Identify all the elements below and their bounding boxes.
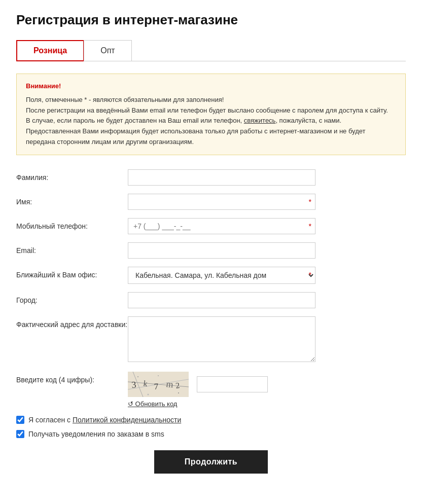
lastname-field xyxy=(128,169,315,186)
svg-point-12 xyxy=(148,393,149,395)
svg-text:7: 7 xyxy=(154,381,159,391)
svg-point-10 xyxy=(158,375,159,376)
captcha-images-row: 3 k 7 m 2 xyxy=(128,372,268,397)
office-row: Ближайший к Вам офис: Кабельная. Самара,… xyxy=(16,267,406,284)
email-row: Email: xyxy=(16,242,406,259)
email-input[interactable] xyxy=(128,242,315,259)
notice-line3: В случае, если пароль не будет доставлен… xyxy=(26,116,396,126)
refresh-captcha-link[interactable]: ↺ Обновить код xyxy=(128,400,268,408)
phone-label: Мобильный телефон: xyxy=(16,218,128,230)
privacy-checkbox-row: Я согласен с Политикой конфиденциальност… xyxy=(16,416,406,424)
notice-box: Внимание! Поля, отмеченные * - являются … xyxy=(16,74,406,155)
address-input[interactable] xyxy=(128,316,315,362)
page-title: Регистрация в интернет-магазине xyxy=(16,12,406,28)
captcha-input[interactable] xyxy=(197,376,268,392)
office-label: Ближайший к Вам офис: xyxy=(16,267,128,279)
office-required: * xyxy=(309,271,311,279)
firstname-row: Имя: * xyxy=(16,194,406,210)
captcha-row: Введите код (4 цифры): 3 k 7 m 2 xyxy=(16,372,406,408)
notice-line2: После регистрации на введённый Вами emai… xyxy=(26,105,396,116)
email-field-container xyxy=(128,242,315,259)
captcha-label: Введите код (4 цифры): xyxy=(16,372,128,384)
phone-input[interactable] xyxy=(128,218,315,234)
svg-text:m: m xyxy=(166,379,174,389)
city-row: Город: xyxy=(16,292,406,308)
firstname-field: * xyxy=(128,194,315,210)
sms-checkbox[interactable] xyxy=(16,430,24,438)
svg-text:3: 3 xyxy=(131,379,137,390)
phone-row: Мобильный телефон: * xyxy=(16,218,406,234)
lastname-row: Фамилия: xyxy=(16,169,406,186)
firstname-required: * xyxy=(309,198,311,206)
lastname-input[interactable] xyxy=(128,169,315,186)
city-input[interactable] xyxy=(128,292,315,308)
submit-button[interactable]: Продолжить xyxy=(154,450,268,474)
notice-line1: Поля, отмеченные * - являются обязательн… xyxy=(26,95,396,105)
tabs-container: Розница Опт xyxy=(16,40,406,61)
svg-point-11 xyxy=(178,392,179,393)
captcha-image: 3 k 7 m 2 xyxy=(128,372,189,397)
address-field xyxy=(128,316,315,364)
city-label: Город: xyxy=(16,292,128,304)
sms-checkbox-row: Получать уведомления по заказам в sms xyxy=(16,430,406,438)
privacy-label: Я согласен с Политикой конфиденциальност… xyxy=(28,416,181,424)
svg-point-9 xyxy=(137,376,138,377)
phone-required: * xyxy=(309,222,311,230)
phone-field: * xyxy=(128,218,315,234)
contact-link[interactable]: свяжитесь xyxy=(244,117,276,124)
privacy-policy-link[interactable]: Политикой конфиденциальности xyxy=(73,416,181,424)
address-row: Фактический адрес для доставки: xyxy=(16,316,406,364)
firstname-label: Имя: xyxy=(16,194,128,206)
notice-line4: Предоставленная Вами информация будет ис… xyxy=(26,126,396,148)
office-field: Кабельная. Самара, ул. Кабельная дом * xyxy=(128,267,315,284)
notice-title: Внимание! xyxy=(26,81,396,92)
lastname-label: Фамилия: xyxy=(16,169,128,182)
tab-wholesale[interactable]: Опт xyxy=(84,40,131,61)
submit-row: Продолжить xyxy=(16,450,406,474)
city-field xyxy=(128,292,315,308)
tab-retail[interactable]: Розница xyxy=(16,40,84,61)
office-select[interactable]: Кабельная. Самара, ул. Кабельная дом xyxy=(128,267,315,284)
email-label: Email: xyxy=(16,242,128,255)
captcha-area: 3 k 7 m 2 ↺ Обновить код xyxy=(128,372,268,408)
privacy-checkbox[interactable] xyxy=(16,416,24,424)
sms-label: Получать уведомления по заказам в sms xyxy=(28,430,164,438)
firstname-input[interactable] xyxy=(128,194,315,210)
address-label: Фактический адрес для доставки: xyxy=(16,316,128,329)
